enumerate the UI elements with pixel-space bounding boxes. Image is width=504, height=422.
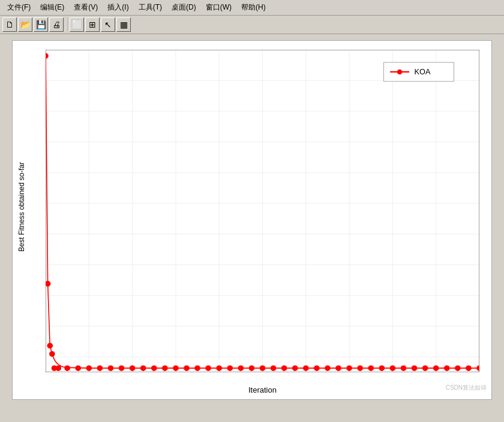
grid-button[interactable]: ⊞ [85,17,100,32]
chart-plot-area: 720 740 760 780 800 820 840 860 880 900 … [46,50,479,372]
chart-svg: 720 740 760 780 800 820 840 860 880 900 … [46,50,479,372]
dp-22 [238,366,244,370]
dp-37 [401,366,406,370]
chart-inner: Best Fitness obtained so-far [13,41,491,399]
dp-28 [304,366,309,370]
dp-32 [347,366,352,370]
layout-button[interactable]: ▦ [116,17,131,32]
menu-file[interactable]: 文件(F) [2,1,35,14]
menu-window[interactable]: 窗口(W) [201,1,236,14]
dp-44 [477,366,479,370]
data-point-3 [50,351,55,356]
dp-27 [292,366,298,370]
x-axis-label: Iteration [248,385,277,394]
dp-11 [119,366,124,370]
zoom-button[interactable]: ⬜ [70,17,84,32]
dp-33 [358,366,363,370]
dp-36 [390,366,395,370]
data-point-1 [46,281,50,286]
legend-marker [397,70,403,74]
save-button[interactable]: 💾 [34,17,48,32]
dp-41 [445,366,450,370]
dp-19 [206,366,211,370]
dp-21 [227,366,233,370]
open-button[interactable]: 📂 [18,17,32,32]
menu-desktop[interactable]: 桌面(D) [167,1,201,14]
dp-17 [184,366,190,370]
dp-39 [422,366,428,370]
legend-label: KOA [415,68,431,76]
dp-8 [86,366,92,370]
dp-30 [325,366,331,370]
dp-7 [76,366,81,370]
dp-5 [56,366,61,370]
menu-bar: 文件(F) 编辑(E) 查看(V) 插入(I) 工具(T) 桌面(D) 窗口(W… [0,0,504,16]
dp-20 [217,366,222,370]
y-axis-label: Best Fitness obtained so-far [17,162,26,251]
dp-12 [130,366,135,370]
dp-9 [97,366,103,370]
cursor-button[interactable]: ↖ [101,17,115,32]
menu-insert[interactable]: 插入(I) [103,1,133,14]
dp-15 [163,366,168,370]
dp-42 [455,366,461,370]
toolbar-sep-1 [66,18,67,31]
dp-10 [108,366,113,370]
dp-16 [173,366,179,370]
main-area: Best Fitness obtained so-far [0,34,504,406]
dp-26 [281,366,287,370]
menu-help[interactable]: 帮助(H) [236,1,271,14]
menu-tools[interactable]: 工具(T) [134,1,167,14]
chart-container: Best Fitness obtained so-far [12,40,492,400]
dp-13 [140,366,146,370]
dp-35 [379,366,385,370]
new-button[interactable]: 🗋 [2,17,17,32]
dp-31 [336,366,341,370]
dp-43 [466,366,472,370]
dp-40 [433,366,439,370]
watermark: CSDN算法如诗 [446,384,487,392]
data-point-2 [47,343,53,348]
dp-24 [260,366,265,370]
dp-6 [65,366,70,370]
dp-38 [412,366,417,370]
dp-34 [368,366,374,370]
toolbar: 🗋 📂 💾 🖨 ⬜ ⊞ ↖ ▦ [0,16,504,34]
menu-edit[interactable]: 编辑(E) [35,1,69,14]
print-button[interactable]: 🖨 [49,17,64,32]
dp-25 [271,366,276,370]
dp-18 [195,366,200,370]
dp-29 [314,366,320,370]
data-point-0 [46,53,48,58]
menu-view[interactable]: 查看(V) [69,1,103,14]
dp-23 [249,366,254,370]
dp-14 [151,366,157,370]
